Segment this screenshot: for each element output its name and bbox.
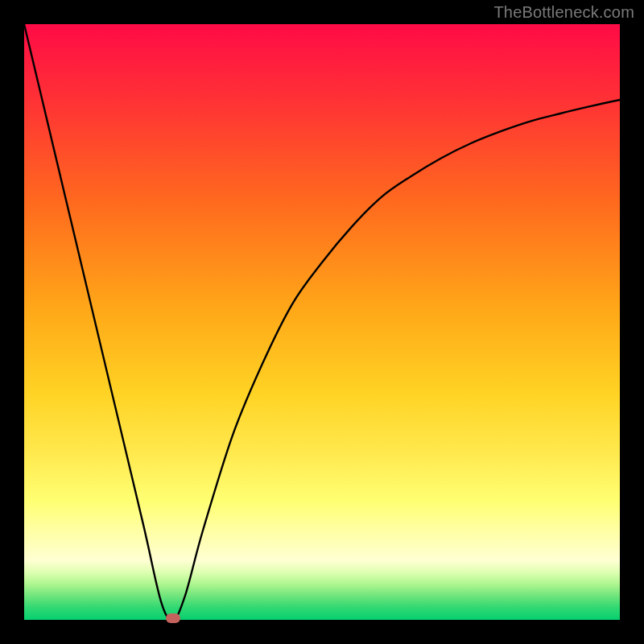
plot-area [24,24,620,620]
chart-frame: TheBottleneck.com [0,0,644,644]
optimum-marker [166,613,180,623]
watermark-text: TheBottleneck.com [493,3,634,22]
bottleneck-curve [24,24,620,620]
